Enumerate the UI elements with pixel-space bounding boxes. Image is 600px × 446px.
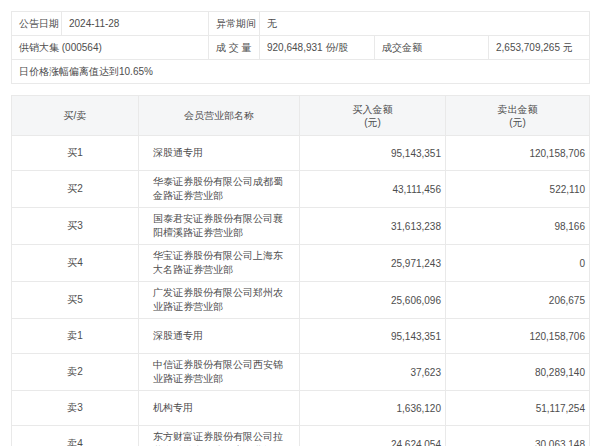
cell-sell-amount: 80,289,140 (446, 354, 590, 391)
cell-buy-amount: 24,624,054 (300, 426, 446, 446)
table-row: 买2 华泰证券股份有限公司成都蜀金路证券营业部 43,111,456 522,1… (12, 171, 590, 208)
cell-branch-name: 机构专用 (139, 391, 300, 426)
table-row: 卖3 机构专用 1,636,120 51,117,254 (12, 391, 590, 426)
cell-side: 买4 (12, 245, 139, 282)
summary-table: 公告日期 2024-11-28 异常期间 无 供销大集 (000564) 成 交… (11, 11, 590, 84)
announce-date-label: 公告日期 (12, 12, 62, 36)
cell-buy-amount: 43,111,456 (300, 171, 446, 208)
header-buy-amount-title: 买入金额 (300, 103, 445, 116)
abnormal-period-label: 异常期间 (209, 12, 260, 36)
cell-sell-amount: 0 (446, 245, 590, 282)
cell-sell-amount: 120,158,706 (446, 319, 590, 354)
cell-side: 买5 (12, 282, 139, 319)
cell-branch-name: 广发证券股份有限公司郑州农业路证券营业部 (139, 282, 300, 319)
table-row: 买1 深股通专用 95,143,351 120,158,706 (12, 136, 590, 171)
cell-buy-amount: 31,613,238 (300, 208, 446, 245)
cell-branch-name: 国泰君安证券股份有限公司襄阳檀溪路证券营业部 (139, 208, 300, 245)
header-sell-amount-title: 卖出金额 (446, 103, 589, 116)
cell-sell-amount: 522,110 (446, 171, 590, 208)
turnover-label: 成交金额 (375, 36, 489, 60)
cell-side: 买3 (12, 208, 139, 245)
summary-row-date: 公告日期 2024-11-28 异常期间 无 (12, 12, 590, 36)
cell-sell-amount: 51,117,254 (446, 391, 590, 426)
seats-table-body: 买1 深股通专用 95,143,351 120,158,706 买2 华泰证券股… (12, 136, 590, 446)
header-sell-amount: 卖出金额 (元) (446, 96, 590, 136)
cell-branch-name: 深股通专用 (139, 319, 300, 354)
abnormal-period-value: 无 (260, 12, 590, 36)
cell-sell-amount: 120,158,706 (446, 136, 590, 171)
cell-side: 卖2 (12, 354, 139, 391)
cell-sell-amount: 98,166 (446, 208, 590, 245)
volume-value: 920,648,931 份/股 (260, 36, 375, 60)
turnover-value: 2,653,709,265 元 (489, 36, 590, 60)
lhb-detail-page: 公告日期 2024-11-28 异常期间 无 供销大集 (000564) 成 交… (0, 0, 600, 446)
table-row: 买3 国泰君安证券股份有限公司襄阳檀溪路证券营业部 31,613,238 98,… (12, 208, 590, 245)
cell-branch-name: 深股通专用 (139, 136, 300, 171)
cell-side: 买1 (12, 136, 139, 171)
header-side: 买/卖 (12, 96, 139, 136)
cell-sell-amount: 206,675 (446, 282, 590, 319)
announce-date-value: 2024-11-28 (62, 12, 209, 36)
cell-side: 卖4 (12, 426, 139, 446)
cell-buy-amount: 1,636,120 (300, 391, 446, 426)
cell-side: 买2 (12, 171, 139, 208)
summary-row-stock: 供销大集 (000564) 成 交 量 920,648,931 份/股 成交金额… (12, 36, 590, 60)
header-sell-amount-unit: (元) (446, 116, 589, 129)
stock-name-code: 供销大集 (000564) (12, 36, 209, 60)
header-buy-amount: 买入金额 (元) (300, 96, 446, 136)
cell-side: 卖3 (12, 391, 139, 426)
cell-branch-name: 华泰证券股份有限公司成都蜀金路证券营业部 (139, 171, 300, 208)
listing-reason: 日价格涨幅偏离值达到10.65% (12, 60, 590, 84)
cell-buy-amount: 25,971,243 (300, 245, 446, 282)
cell-branch-name: 华宝证券股份有限公司上海东大名路证券营业部 (139, 245, 300, 282)
seats-table: 买/卖 会员营业部名称 买入金额 (元) 卖出金额 (元) 买1 深股通专用 9… (11, 95, 590, 446)
cell-branch-name: 东方财富证券股份有限公司拉萨金融城南环路证券营业部 (139, 426, 300, 446)
cell-buy-amount: 95,143,351 (300, 319, 446, 354)
table-row: 买4 华宝证券股份有限公司上海东大名路证券营业部 25,971,243 0 (12, 245, 590, 282)
header-buy-amount-unit: (元) (300, 116, 445, 129)
table-row: 卖4 东方财富证券股份有限公司拉萨金融城南环路证券营业部 24,624,054 … (12, 426, 590, 446)
cell-side: 卖1 (12, 319, 139, 354)
cell-sell-amount: 30,063,148 (446, 426, 590, 446)
table-row: 卖2 中信证券股份有限公司西安锦业路证券营业部 37,623 80,289,14… (12, 354, 590, 391)
table-row: 卖1 深股通专用 95,143,351 120,158,706 (12, 319, 590, 354)
cell-buy-amount: 25,606,096 (300, 282, 446, 319)
seats-header-row: 买/卖 会员营业部名称 买入金额 (元) 卖出金额 (元) (12, 96, 590, 136)
header-branch: 会员营业部名称 (139, 96, 300, 136)
table-row: 买5 广发证券股份有限公司郑州农业路证券营业部 25,606,096 206,6… (12, 282, 590, 319)
summary-row-reason: 日价格涨幅偏离值达到10.65% (12, 60, 590, 84)
cell-buy-amount: 95,143,351 (300, 136, 446, 171)
volume-label: 成 交 量 (209, 36, 260, 60)
cell-buy-amount: 37,623 (300, 354, 446, 391)
cell-branch-name: 中信证券股份有限公司西安锦业路证券营业部 (139, 354, 300, 391)
